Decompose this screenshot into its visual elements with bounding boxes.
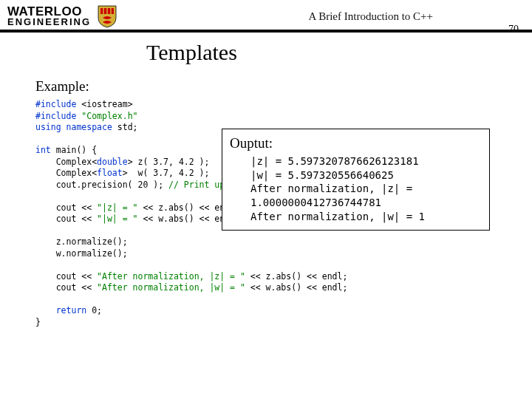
slide-body: Templates Example: #include <iostream> #… <box>0 33 532 328</box>
kw-float: float <box>97 168 123 178</box>
kw-return: return <box>35 305 86 316</box>
brand-text: WATERLOO ENGINEERING <box>7 6 91 27</box>
code-text: Complex< <box>35 168 97 178</box>
code-text: > w( 3.7, 4.2 ); <box>123 168 210 178</box>
example-label: Example: <box>35 78 516 95</box>
code-text: Complex< <box>35 157 97 167</box>
document-title: A Brief Introduction to C++ <box>308 10 433 23</box>
string-literal: "Complex.h" <box>76 111 137 121</box>
code-text: cout << <box>35 282 97 293</box>
brand: WATERLOO ENGINEERING <box>7 4 117 28</box>
code-text: cout.precision( 20 ); <box>35 180 168 190</box>
string-literal: "|w| = " <box>97 214 137 224</box>
code-text: cout << <box>35 214 97 224</box>
string-literal: "After normalization, |z| = " <box>97 271 245 282</box>
output-box: Ouptut: |z| = 5.5973207876626123181 |w| … <box>222 129 490 231</box>
code-text: cout << <box>35 202 97 213</box>
code-text: } <box>35 317 41 327</box>
kw-double: double <box>97 157 128 167</box>
output-line: After normalization, |w| = 1 <box>230 210 482 224</box>
code-text: z.normalize(); <box>35 236 128 247</box>
code-text: <iostream> <box>76 99 132 109</box>
kw-int: int <box>35 145 51 155</box>
string-literal: "After normalization, |w| = " <box>97 282 245 293</box>
code-text: > z( 3.7, 4.2 ); <box>128 157 210 167</box>
code-text: std; <box>112 122 138 132</box>
code-text: 0; <box>86 305 102 316</box>
brand-bottom: ENGINEERING <box>7 18 91 27</box>
code-text: << w.abs() << endl; <box>245 282 347 293</box>
crest-icon <box>97 4 117 28</box>
kw-using: using namespace <box>35 122 112 132</box>
header-bar: WATERLOO ENGINEERING A Brief Introductio… <box>0 0 532 30</box>
slide-title: Templates <box>146 40 516 65</box>
output-line: After normalization, |z| = 1.00000004127… <box>230 182 482 210</box>
output-line: |z| = 5.5973207876626123181 <box>230 154 482 168</box>
kw-include: #include <box>35 111 76 121</box>
code-text: << z.abs() << endl; <box>245 271 347 282</box>
kw-include: #include <box>35 99 76 109</box>
code-text: cout << <box>35 271 97 282</box>
output-title: Ouptut: <box>230 134 482 153</box>
string-literal: "|z| = " <box>97 202 137 213</box>
code-text: w.normalize(); <box>35 248 128 259</box>
output-line: |w| = 5.597320556640625 <box>230 168 482 183</box>
code-text: main() { <box>51 145 97 155</box>
